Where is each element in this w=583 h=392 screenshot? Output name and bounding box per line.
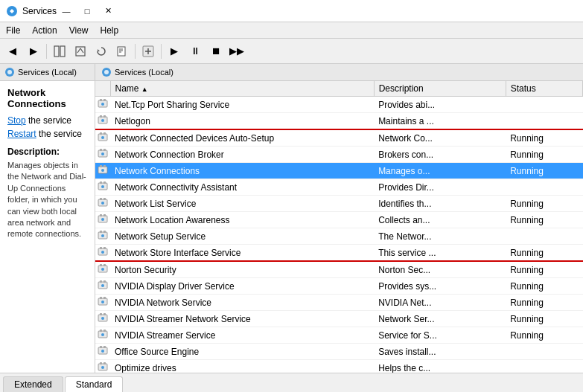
svg-rect-71 xyxy=(100,313,102,315)
toolbar-pause-button[interactable]: ⏸ xyxy=(185,42,205,61)
table-row[interactable]: Network Connectivity AssistantProvides D… xyxy=(95,179,583,196)
svg-rect-64 xyxy=(103,280,106,283)
svg-rect-1 xyxy=(54,46,59,57)
col-header-status[interactable]: Status xyxy=(506,81,582,97)
service-status-cell: Running xyxy=(506,295,582,311)
service-links: Stop the service Restart the service xyxy=(7,115,87,139)
tab-standard[interactable]: Standard xyxy=(65,376,124,392)
table-row[interactable]: Optimize drivesHelps the c... xyxy=(95,360,583,373)
table-row[interactable]: Network ConnectionsManages o...Running xyxy=(95,163,583,179)
maximize-button[interactable]: □ xyxy=(77,4,97,19)
menu-file[interactable]: File xyxy=(0,24,26,37)
svg-point-73 xyxy=(101,317,104,320)
service-status-cell: Running xyxy=(506,163,582,179)
table-row[interactable]: NVIDIA Network ServiceNVIDIA Net...Runni… xyxy=(95,295,583,311)
menu-action[interactable]: Action xyxy=(26,24,63,37)
table-row[interactable]: NetlogonMaintains a ... xyxy=(95,113,583,130)
svg-point-49 xyxy=(101,218,104,221)
col-header-desc[interactable]: Description xyxy=(374,81,506,97)
table-row[interactable]: Office Source EngineSaves install... xyxy=(95,344,583,360)
table-row[interactable]: NVIDIA Streamer ServiceService for S...R… xyxy=(95,327,583,344)
svg-rect-43 xyxy=(100,198,102,200)
service-icon-cell xyxy=(95,245,110,262)
right-header-icon xyxy=(101,67,112,77)
toolbar-properties-button[interactable] xyxy=(138,42,158,61)
table-row[interactable]: Network Store Interface ServiceThis serv… xyxy=(95,245,583,262)
menu-view[interactable]: View xyxy=(63,24,95,37)
service-icon xyxy=(98,197,108,208)
svg-point-45 xyxy=(101,202,104,205)
svg-rect-40 xyxy=(103,181,106,184)
toolbar-forward-button[interactable]: ▶ xyxy=(24,42,43,61)
toolbar-up-button[interactable] xyxy=(71,42,90,61)
title-text: Services xyxy=(22,6,57,16)
svg-rect-23 xyxy=(100,115,102,118)
toolbar-stop-button[interactable]: ⏹ xyxy=(206,42,226,61)
service-desc-cell: Service for S... xyxy=(374,327,506,344)
table-row[interactable]: NVIDIA Streamer Network ServiceNetwork S… xyxy=(95,311,583,327)
table-row[interactable]: Network Connection BrokerBrokers con...R… xyxy=(95,147,583,163)
service-name-cell: NVIDIA Display Driver Service xyxy=(110,278,374,295)
service-status-cell xyxy=(506,113,582,130)
service-icon xyxy=(98,132,108,142)
restart-service-link[interactable]: Restart the service xyxy=(7,129,87,139)
table-row[interactable]: Network Connected Devices Auto-SetupNetw… xyxy=(95,129,583,147)
menu-help[interactable]: Help xyxy=(95,24,125,37)
table-row[interactable]: Network Setup ServiceThe Networ... xyxy=(95,228,583,245)
svg-rect-44 xyxy=(103,198,106,200)
close-button[interactable]: ✕ xyxy=(98,4,118,19)
service-status-cell xyxy=(506,344,582,360)
service-name-cell: NVIDIA Network Service xyxy=(110,295,374,311)
service-desc-cell: Provides Dir... xyxy=(374,179,506,196)
service-icon xyxy=(98,296,108,306)
svg-rect-59 xyxy=(100,264,102,266)
service-status-cell: Running xyxy=(506,327,582,344)
svg-point-41 xyxy=(101,185,104,188)
svg-point-21 xyxy=(101,103,104,106)
tab-extended[interactable]: Extended xyxy=(3,376,63,392)
svg-rect-24 xyxy=(103,115,106,118)
service-desc-cell: Norton Sec... xyxy=(374,261,506,278)
service-desc-cell: Provides sys... xyxy=(374,278,506,295)
main-content: Services (Local) Network Connections Sto… xyxy=(0,64,583,373)
service-name-cell: Norton Security xyxy=(110,261,374,278)
col-header-icon[interactable] xyxy=(95,81,110,97)
right-panel: Services (Local) Name ▲ Description Stat… xyxy=(95,64,583,373)
selected-service-name: Network Connections xyxy=(7,87,87,109)
svg-rect-76 xyxy=(103,330,106,332)
table-row[interactable]: NVIDIA Display Driver ServiceProvides sy… xyxy=(95,278,583,295)
table-row[interactable]: Network Location AwarenessCollects an...… xyxy=(95,212,583,228)
bottom-tabs: Extended Standard xyxy=(0,373,583,392)
minimize-button[interactable]: — xyxy=(57,4,76,19)
service-icon xyxy=(98,362,108,372)
col-header-name[interactable]: Name ▲ xyxy=(110,81,374,97)
svg-rect-2 xyxy=(60,46,65,57)
toolbar-export-button[interactable] xyxy=(112,42,132,61)
table-row[interactable]: Net.Tcp Port Sharing ServiceProvides abi… xyxy=(95,97,583,113)
svg-rect-32 xyxy=(103,149,106,151)
table-row[interactable]: Norton SecurityNorton Sec...Running xyxy=(95,261,583,278)
svg-rect-27 xyxy=(100,132,102,135)
service-name-cell: NVIDIA Streamer Network Service xyxy=(110,311,374,327)
toolbar-back-button[interactable]: ◀ xyxy=(3,42,22,61)
stop-service-link[interactable]: Stop the service xyxy=(7,115,87,126)
service-icon-cell xyxy=(95,147,110,163)
table-row[interactable]: Network List ServiceIdentifies th...Runn… xyxy=(95,196,583,212)
svg-rect-83 xyxy=(100,362,102,364)
svg-point-85 xyxy=(101,366,104,369)
toolbar-start-button[interactable]: ▶ xyxy=(165,42,184,61)
toolbar-restart-button[interactable]: ▶▶ xyxy=(227,42,246,61)
service-name-cell: Network Connections xyxy=(110,163,374,179)
service-name-cell: Network Connectivity Assistant xyxy=(110,179,374,196)
svg-point-29 xyxy=(101,136,104,139)
service-status-cell: Running xyxy=(506,261,582,278)
title-bar: Services — □ ✕ xyxy=(0,0,583,22)
svg-point-37 xyxy=(101,169,104,172)
toolbar-show-hide-tree-button[interactable] xyxy=(50,42,69,61)
service-name-cell: Network List Service xyxy=(110,196,374,212)
toolbar-refresh-button[interactable] xyxy=(92,42,111,61)
service-icon-cell xyxy=(95,113,110,130)
right-header-text: Services (Local) xyxy=(115,68,173,77)
description-text: Manages objects in the Network and Dial-… xyxy=(7,160,87,240)
table-container[interactable]: Name ▲ Description Status Net.Tcp Port S… xyxy=(95,81,583,373)
